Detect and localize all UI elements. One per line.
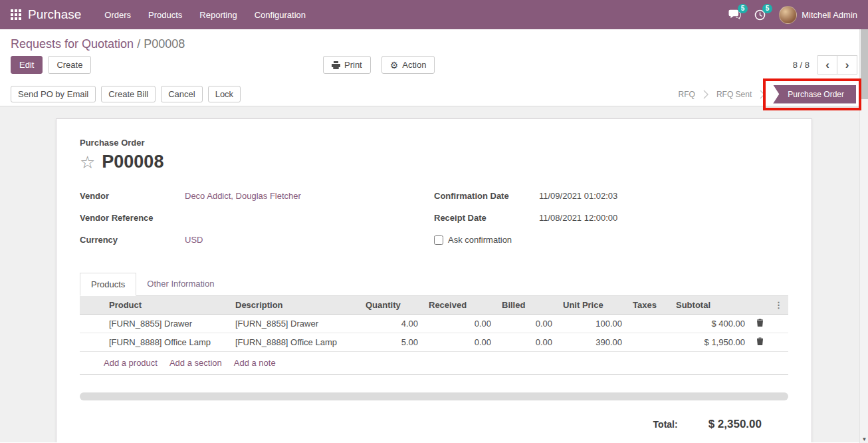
table-header-row: Product Description Quantity Received Bi…: [80, 296, 788, 315]
gear-icon: ⚙: [390, 61, 399, 70]
product-column-header[interactable]: Product: [104, 296, 230, 315]
chevron-separator-icon: [760, 90, 765, 99]
create-button[interactable]: Create: [48, 56, 91, 74]
tab-other-information[interactable]: Other Information: [136, 273, 225, 295]
print-button-label: Print: [344, 60, 362, 70]
field-vendor-reference: Vendor Reference: [80, 213, 434, 225]
app-name[interactable]: Purchase: [28, 7, 81, 22]
cancel-button[interactable]: Cancel: [161, 86, 202, 102]
confirmation-date-label: Confirmation Date: [434, 191, 539, 201]
field-vendor: Vendor Deco Addict, Douglas Fletcher: [80, 191, 434, 203]
pager-buttons: ‹ ›: [817, 55, 857, 74]
create-bill-button[interactable]: Create Bill: [101, 86, 156, 102]
status-rfq-sent[interactable]: RFQ Sent: [716, 90, 752, 99]
trash-icon[interactable]: [756, 319, 764, 327]
table-row[interactable]: [FURN_8855] Drawer [FURN_8855] Drawer 4.…: [80, 315, 788, 333]
apps-grid-icon[interactable]: [11, 9, 21, 20]
unit-price-column-header[interactable]: Unit Price: [558, 296, 627, 315]
order-lines-table: Product Description Quantity Received Bi…: [80, 296, 788, 352]
menu-configuration[interactable]: Configuration: [246, 1, 314, 29]
chevron-left-icon: ‹: [825, 59, 829, 72]
status-rfq[interactable]: RFQ: [679, 90, 695, 99]
currency-value-link[interactable]: USD: [185, 235, 203, 245]
handle-column-header: [80, 296, 104, 315]
quantity-column-header[interactable]: Quantity: [360, 296, 423, 315]
field-column-left: Vendor Deco Addict, Douglas Fletcher Ven…: [80, 191, 434, 257]
received-cell: 0.00: [423, 333, 496, 352]
totals-row: Total: $ 2,350.00: [80, 418, 788, 431]
field-ask-confirmation: Ask confirmation: [434, 235, 788, 245]
menu-orders[interactable]: Orders: [96, 1, 140, 29]
quantity-cell: 5.00: [360, 333, 423, 352]
description-cell: [FURN_8855] Drawer: [230, 315, 360, 333]
user-menu[interactable]: Mitchell Admin: [779, 6, 857, 24]
delete-line-cell: [750, 315, 769, 333]
add-a-section-link[interactable]: Add a section: [169, 358, 222, 368]
status-flow: RFQ RFQ Sent Purchase Order: [679, 85, 857, 104]
add-a-note-link[interactable]: Add a note: [234, 358, 276, 368]
billed-column-header[interactable]: Billed: [496, 296, 558, 315]
control-panel: Edit Create Print ⚙ Action 8 / 8 ‹ ›: [0, 54, 868, 82]
menu-products[interactable]: Products: [140, 1, 191, 29]
field-receipt-date: Receipt Date 11/08/2021 12:00:00: [434, 213, 788, 225]
trash-icon[interactable]: [756, 337, 764, 345]
scroll-down-arrow-icon[interactable]: ▼: [860, 436, 868, 442]
description-column-header[interactable]: Description: [230, 296, 360, 315]
statusbar-buttons: Send PO by Email Create Bill Cancel Lock: [11, 86, 241, 102]
breadcrumb-parent-link[interactable]: Requests for Quotation: [11, 37, 134, 51]
printer-icon: [332, 61, 340, 69]
vertical-scrollbar[interactable]: ▼: [859, 29, 868, 443]
action-button[interactable]: ⚙ Action: [381, 56, 435, 74]
vendor-reference-label: Vendor Reference: [80, 213, 185, 223]
send-po-by-email-button[interactable]: Send PO by Email: [11, 86, 96, 102]
avatar: [779, 6, 797, 24]
pager-previous-button[interactable]: ‹: [817, 55, 837, 74]
messages-icon[interactable]: 5: [728, 9, 741, 20]
subtotal-column-header[interactable]: Subtotal: [671, 296, 750, 315]
form-sheet: Purchase Order ☆ P00008 Vendor Deco Addi…: [56, 118, 812, 442]
optional-cell: [769, 333, 788, 352]
unit-price-cell: 100.00: [558, 315, 627, 333]
optional-cell: [769, 315, 788, 333]
edit-button[interactable]: Edit: [11, 56, 43, 74]
action-button-label: Action: [402, 60, 426, 70]
ask-confirmation-checkbox[interactable]: [434, 235, 443, 245]
receipt-date-label: Receipt Date: [434, 213, 539, 223]
record-type-label: Purchase Order: [80, 138, 788, 148]
lock-button[interactable]: Lock: [208, 86, 241, 102]
row-handle-cell: [80, 315, 104, 333]
vendor-value-link[interactable]: Deco Addict, Douglas Fletcher: [185, 191, 301, 201]
user-name: Mitchell Admin: [802, 10, 857, 20]
taxes-column-header[interactable]: Taxes: [627, 296, 671, 315]
top-navbar: Purchase Orders Products Reporting Confi…: [0, 0, 868, 29]
received-column-header[interactable]: Received: [423, 296, 496, 315]
pager-count: 8 / 8: [793, 60, 810, 70]
taxes-cell: [627, 333, 671, 352]
add-links-row: Add a product Add a section Add a note: [80, 352, 788, 375]
breadcrumb-current: P00008: [144, 37, 185, 51]
breadcrumb: Requests for Quotation / P00008: [0, 29, 868, 54]
horizontal-scrollbar[interactable]: [80, 392, 788, 400]
statusbar: Send PO by Email Create Bill Cancel Lock…: [0, 82, 868, 106]
notebook-tabs: Products Other Information: [80, 273, 788, 296]
delete-column-header: [750, 296, 769, 315]
print-button[interactable]: Print: [323, 56, 371, 74]
activities-icon[interactable]: 5: [754, 9, 766, 21]
chevron-right-icon: ›: [845, 59, 849, 72]
top-menu: Orders Products Reporting Configuration: [96, 1, 314, 29]
add-a-product-link[interactable]: Add a product: [104, 358, 158, 368]
vendor-label: Vendor: [80, 191, 185, 201]
billed-cell: 0.00: [496, 333, 558, 352]
table-row[interactable]: [FURN_8888] Office Lamp [FURN_8888] Offi…: [80, 333, 788, 352]
scrollbar-thumb[interactable]: [861, 29, 868, 99]
receipt-date-value: 11/08/2021 12:00:00: [539, 213, 617, 223]
tab-products[interactable]: Products: [80, 273, 136, 296]
menu-reporting[interactable]: Reporting: [191, 1, 245, 29]
pager: 8 / 8 ‹ ›: [793, 55, 857, 74]
optional-columns-toggle[interactable]: ⋮: [769, 296, 788, 315]
description-cell: [FURN_8888] Office Lamp: [230, 333, 360, 352]
status-purchase-order[interactable]: Purchase Order: [773, 85, 856, 104]
star-icon[interactable]: ☆: [80, 154, 95, 171]
row-handle-cell: [80, 333, 104, 352]
pager-next-button[interactable]: ›: [837, 55, 857, 74]
